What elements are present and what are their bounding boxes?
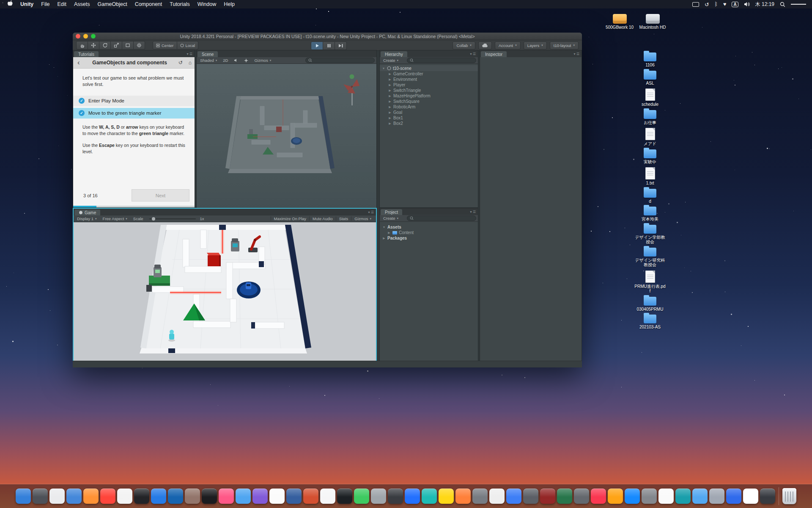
dock-app-app-43[interactable]: [726, 489, 741, 504]
tab-tutorials[interactable]: Tutorials: [74, 51, 99, 57]
desktop-icon-design-gakubu[interactable]: デザイン学部教授会: [634, 225, 667, 245]
dock-app-app-17[interactable]: [286, 489, 302, 504]
hierarchy-item-box1[interactable]: ▶Box1: [380, 115, 478, 121]
desktop-icon-design-kenkyuka[interactable]: デザイン研究科教授会: [634, 248, 667, 268]
dock-app-app-40[interactable]: [675, 489, 691, 504]
panel-menu-icon[interactable]: ▾ ☰: [470, 52, 478, 57]
chevron-right-icon[interactable]: ▶: [388, 116, 392, 120]
input-source-icon[interactable]: A: [732, 2, 738, 7]
dock-app-app-38[interactable]: [642, 489, 657, 504]
desktop-icon-oshigoto[interactable]: お仕事: [634, 110, 667, 125]
dock-app-app-14[interactable]: [236, 489, 251, 504]
tab-project[interactable]: Project: [381, 209, 402, 215]
dock-app-app-05[interactable]: [83, 489, 99, 504]
tab-game[interactable]: Game: [74, 210, 100, 215]
hand-tool-button[interactable]: [76, 41, 88, 50]
chevron-right-icon[interactable]: ▶: [388, 111, 392, 114]
menu-edit[interactable]: Edit: [53, 0, 70, 8]
hierarchy-item-goal[interactable]: ▶Goal: [380, 110, 478, 115]
stats-button[interactable]: Stats: [336, 216, 351, 221]
chevron-right-icon[interactable]: ▶: [387, 231, 391, 235]
chevron-right-icon[interactable]: ▶: [388, 94, 392, 98]
dock-app-app-34[interactable]: [574, 489, 589, 504]
hierarchy-item-box2[interactable]: ▶Box2: [380, 121, 478, 126]
trash-icon[interactable]: [782, 488, 796, 504]
project-create-dropdown[interactable]: Create▾: [381, 216, 400, 221]
game-gizmos-dropdown[interactable]: Gizmos▾: [351, 216, 374, 221]
chevron-right-icon[interactable]: ▶: [388, 72, 392, 76]
dock-app-app-22[interactable]: [371, 489, 386, 504]
dock-app-app-23[interactable]: [388, 489, 403, 504]
pivot-center-button[interactable]: Center: [153, 41, 177, 50]
desktop-icon-asl[interactable]: ASL: [634, 71, 667, 86]
desktop-icon-schedule[interactable]: schedule: [634, 88, 667, 107]
desktop-icon-030405prmu[interactable]: 030405PRMU: [634, 297, 667, 312]
chevron-right-icon[interactable]: ▶: [388, 78, 392, 81]
tab-inspector[interactable]: Inspector: [481, 51, 507, 57]
dock-app-app-18[interactable]: [303, 489, 318, 504]
dock-app-app-02[interactable]: [33, 489, 48, 504]
transform-tool-button[interactable]: [134, 41, 145, 50]
dock-app-app-24[interactable]: [405, 489, 420, 504]
dock-app-app-39[interactable]: [658, 489, 674, 504]
desktop-icon-1106[interactable]: 1106: [634, 52, 667, 68]
desktop-icon-d[interactable]: d: [634, 189, 667, 204]
scene-fx-icon[interactable]: [242, 58, 250, 63]
maximize-on-play-button[interactable]: Maximize On Play: [271, 216, 310, 221]
dock-app-app-25[interactable]: [422, 489, 437, 504]
hierarchy-item-player[interactable]: ▶Player: [380, 82, 478, 88]
hierarchy-create-dropdown[interactable]: Create▾: [381, 58, 400, 63]
tab-scene[interactable]: Scene: [198, 51, 218, 57]
desktop-icon-jikkenchu[interactable]: 実験中: [634, 149, 667, 165]
menu-file[interactable]: File: [37, 0, 53, 8]
chevron-right-icon[interactable]: ▶: [388, 105, 392, 109]
menu-assets[interactable]: Assets: [70, 0, 94, 8]
tutorial-step-move-to-marker[interactable]: ✓ Move to the green triangle marker: [73, 108, 195, 119]
dock-app-app-27[interactable]: [455, 489, 471, 504]
dock-app-app-32[interactable]: [540, 489, 555, 504]
panel-menu-icon[interactable]: ▾ ☰: [187, 52, 195, 57]
chevron-right-icon[interactable]: ▶: [388, 83, 392, 87]
hierarchy-item-mazehingeplatform[interactable]: ▶MazeHingePlatform: [380, 93, 478, 99]
layers-dropdown[interactable]: Layers▾: [524, 41, 547, 50]
time-machine-icon[interactable]: ↺: [705, 1, 709, 8]
dock-app-app-19[interactable]: [320, 489, 335, 504]
chevron-right-icon[interactable]: ▶: [388, 89, 392, 92]
hierarchy-item-switchsquare[interactable]: ▶SwitchSquare: [380, 99, 478, 104]
dock-app-app-35[interactable]: [591, 489, 606, 504]
dock-app-app-04[interactable]: [66, 489, 82, 504]
display-icon[interactable]: [692, 2, 699, 7]
dock-app-app-15[interactable]: [252, 489, 268, 504]
dock-app-app-16[interactable]: [269, 489, 285, 504]
bluetooth-icon[interactable]: ᛒ: [714, 1, 718, 7]
dock-app-app-13[interactable]: [219, 489, 234, 504]
chevron-right-icon[interactable]: ▶: [382, 237, 386, 240]
dock-app-app-45[interactable]: [760, 489, 775, 504]
tutorial-step-enter-play-mode[interactable]: ✓ Enter Play Mode: [73, 96, 195, 106]
scene-viewport[interactable]: [197, 64, 376, 208]
apple-menu[interactable]: [3, 0, 16, 9]
rotate-tool-button[interactable]: [99, 41, 111, 50]
cloud-button[interactable]: [478, 41, 492, 50]
space-local-button[interactable]: Local: [177, 41, 199, 50]
dock-app-app-12[interactable]: [202, 489, 217, 504]
dock-app-app-44[interactable]: [743, 489, 758, 504]
aspect-dropdown[interactable]: Free Aspect▾: [101, 216, 129, 221]
menu-app-name[interactable]: Unity: [16, 1, 37, 7]
project-search-input[interactable]: [407, 215, 476, 221]
dock-app-app-29[interactable]: [489, 489, 505, 504]
scale-tool-button[interactable]: [111, 41, 122, 50]
dock-app-app-31[interactable]: [523, 489, 538, 504]
dock-app-app-36[interactable]: [608, 489, 623, 504]
hierarchy-item-roboticarm[interactable]: ▶RoboticArm: [380, 104, 478, 110]
dock-app-app-30[interactable]: [506, 489, 521, 504]
back-button[interactable]: ‹: [73, 58, 84, 68]
scene-gizmos-dropdown[interactable]: Gizmos▾: [252, 58, 273, 63]
menu-component[interactable]: Component: [131, 0, 166, 8]
scale-slider[interactable]: [149, 218, 196, 219]
panel-menu-icon[interactable]: ▾ ☰: [368, 210, 376, 215]
hierarchy-item-environment[interactable]: ▶Environment: [380, 77, 478, 82]
rect-tool-button[interactable]: [122, 41, 134, 50]
next-button[interactable]: Next: [132, 189, 189, 202]
desktop-icon-500gbwork[interactable]: 500GBwork 10: [603, 14, 636, 30]
